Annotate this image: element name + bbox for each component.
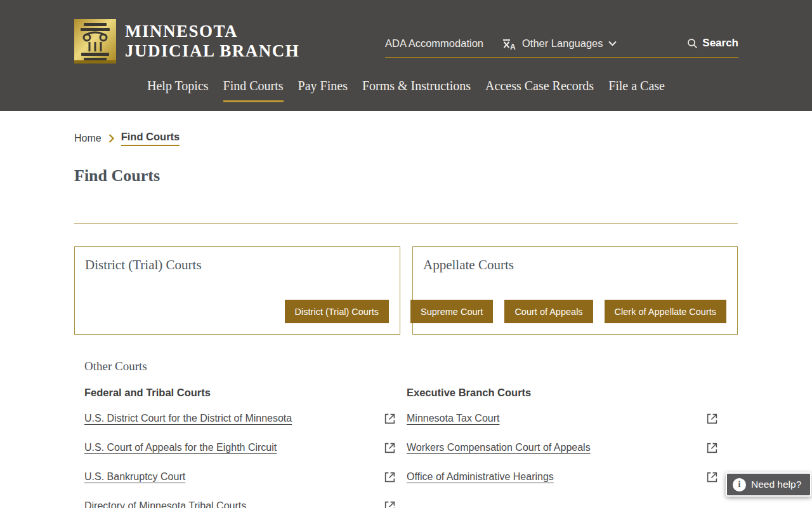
info-icon: i: [733, 478, 746, 491]
appellate-courts-card: Appellate Courts Supreme Court Court of …: [412, 246, 738, 335]
tribal-courts-directory-link[interactable]: Directory of Minnesota Tribal Courts: [84, 500, 246, 508]
external-link-icon[interactable]: [384, 471, 396, 483]
search-label: Search: [702, 37, 738, 50]
external-link-icon[interactable]: [706, 413, 718, 425]
need-help-button[interactable]: i Need help?: [726, 472, 811, 497]
other-courts-section: Other Courts Federal and Tribal Courts U…: [84, 359, 738, 508]
nav-item-help-topics[interactable]: Help Topics: [147, 79, 209, 102]
court-of-appeals-button[interactable]: Court of Appeals: [504, 300, 593, 323]
site-header: MINNESOTA JUDICIAL BRANCH ADA Accommodat…: [0, 0, 812, 111]
district-trial-courts-card: District (Trial) Courts District (Trial)…: [74, 246, 400, 335]
logo-line-1: MINNESOTA: [125, 22, 341, 41]
card-title-appellate: Appellate Courts: [423, 257, 737, 273]
federal-tribal-courts-column: Federal and Tribal Courts U.S. District …: [84, 387, 396, 508]
link-row: Workers Compensation Court of Appeals: [407, 442, 718, 471]
us-court-of-appeals-link[interactable]: U.S. Court of Appeals for the Eighth Cir…: [84, 442, 277, 453]
district-trial-courts-button[interactable]: District (Trial) Courts: [285, 300, 389, 323]
breadcrumb-current[interactable]: Find Courts: [121, 131, 180, 146]
workers-comp-court-link[interactable]: Workers Compensation Court of Appeals: [407, 442, 591, 453]
nav-item-forms-instructions[interactable]: Forms & Instructions: [362, 79, 471, 102]
nav-item-file-a-case[interactable]: File a Case: [608, 79, 665, 102]
column-icon: [74, 19, 116, 64]
mjb-logo[interactable]: MINNESOTA JUDICIAL BRANCH: [74, 19, 116, 64]
link-row: Directory of Minnesota Tribal Courts: [84, 500, 396, 508]
svg-text:A: A: [510, 43, 516, 51]
translate-icon: A: [501, 36, 517, 51]
other-languages-label: Other Languages: [522, 37, 603, 50]
link-row: Minnesota Tax Court: [407, 413, 718, 442]
supreme-court-button[interactable]: Supreme Court: [410, 300, 493, 323]
logo-text: MINNESOTA JUDICIAL BRANCH: [125, 22, 341, 61]
nav-item-pay-fines[interactable]: Pay Fines: [298, 79, 348, 102]
us-district-court-link[interactable]: U.S. District Court for the District of …: [84, 413, 292, 424]
need-help-label: Need help?: [751, 479, 801, 490]
column-heading-executive-branch: Executive Branch Courts: [407, 387, 718, 399]
breadcrumb-chevron-icon: [108, 134, 114, 143]
external-link-icon[interactable]: [706, 471, 718, 483]
external-link-icon[interactable]: [384, 413, 396, 425]
breadcrumb: Home Find Courts: [74, 131, 180, 146]
utility-nav: ADA Accommodation A Other Languages Sear…: [385, 29, 738, 58]
logo-line-2: JUDICIAL BRANCH: [125, 41, 341, 61]
search-button[interactable]: Search: [687, 37, 738, 50]
external-link-icon[interactable]: [384, 442, 396, 454]
nav-item-find-courts[interactable]: Find Courts: [223, 79, 284, 102]
admin-hearings-office-link[interactable]: Office of Administrative Hearings: [407, 471, 554, 483]
link-row: U.S. Bankruptcy Court: [84, 471, 396, 500]
clerk-of-appellate-courts-button[interactable]: Clerk of Appellate Courts: [605, 300, 726, 323]
nav-item-access-case-records[interactable]: Access Case Records: [485, 79, 594, 102]
link-row: U.S. Court of Appeals for the Eighth Cir…: [84, 442, 396, 471]
external-link-icon[interactable]: [706, 442, 718, 454]
column-heading-federal-tribal: Federal and Tribal Courts: [84, 387, 396, 399]
district-card-buttons: District (Trial) Courts: [285, 300, 389, 323]
other-courts-columns: Federal and Tribal Courts U.S. District …: [84, 387, 738, 508]
mn-tax-court-link[interactable]: Minnesota Tax Court: [407, 413, 499, 424]
card-title-district: District (Trial) Courts: [85, 257, 400, 273]
main-nav: Help Topics Find Courts Pay Fines Forms …: [0, 79, 812, 102]
link-row: Office of Administrative Hearings: [407, 471, 718, 500]
external-link-icon[interactable]: [384, 500, 396, 508]
executive-branch-courts-column: Executive Branch Courts Minnesota Tax Co…: [407, 387, 718, 508]
other-courts-title: Other Courts: [84, 359, 738, 373]
appellate-card-buttons: Supreme Court Court of Appeals Clerk of …: [410, 300, 726, 323]
search-icon: [687, 38, 698, 49]
other-languages-menu[interactable]: A Other Languages: [501, 36, 617, 51]
link-row: U.S. District Court for the District of …: [84, 413, 396, 442]
page-title: Find Courts: [74, 166, 160, 185]
us-bankruptcy-court-link[interactable]: U.S. Bankruptcy Court: [84, 471, 185, 483]
breadcrumb-home-link[interactable]: Home: [74, 133, 102, 144]
section-divider: [74, 224, 738, 224]
ada-accommodation-link[interactable]: ADA Accommodation: [385, 37, 483, 50]
chevron-down-icon: [608, 41, 617, 46]
